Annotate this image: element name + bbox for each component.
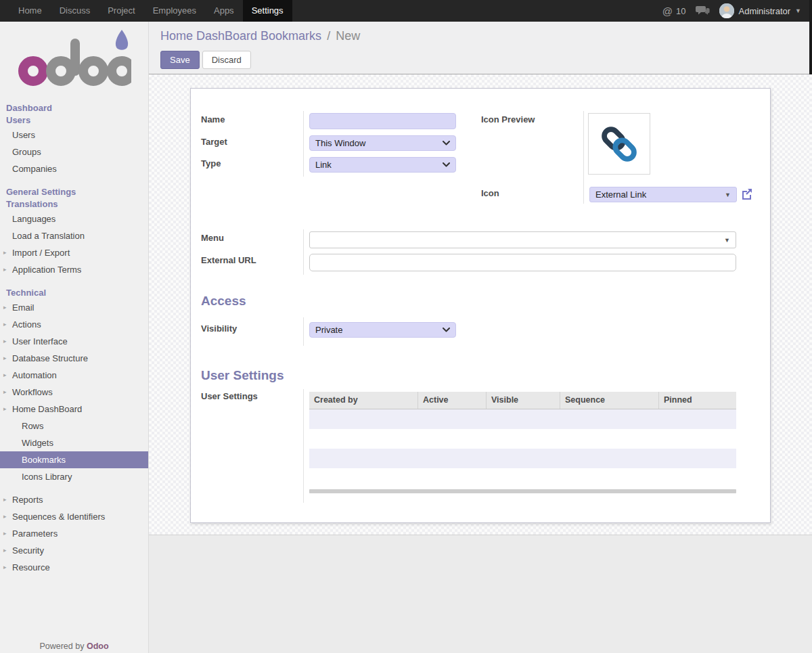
icon-label: Icon: [481, 188, 499, 198]
sidebar-item-label: Parameters: [12, 528, 58, 539]
sidebar-item-parameters[interactable]: ▸Parameters: [0, 525, 148, 542]
target-select-value: This Window: [315, 138, 365, 148]
chevron-down-icon: [443, 141, 450, 145]
topbar-item-apps[interactable]: Apps: [205, 0, 243, 22]
sidebar-item-groups[interactable]: Groups: [0, 143, 148, 160]
sidebar-item-security[interactable]: ▸Security: [0, 542, 148, 559]
sidebar-item-label: Automation: [12, 370, 57, 380]
messages-icon[interactable]: [696, 6, 710, 16]
sidebar-item-email[interactable]: ▸Email: [0, 299, 148, 316]
expand-caret-icon: ▸: [3, 244, 7, 261]
topbar-right: @ 10 Administrator ▼: [662, 0, 812, 22]
user-settings-section-title: User Settings: [201, 368, 284, 383]
sidebar-section-dashboard: Dashboard: [0, 102, 148, 114]
external-url-input[interactable]: [309, 254, 736, 271]
expand-caret-icon: ▸: [3, 350, 7, 367]
sidebar-item-label: Actions: [12, 319, 41, 330]
visibility-select[interactable]: Private: [309, 322, 456, 338]
user-settings-table-body: [309, 409, 736, 488]
breadcrumb-parent-link[interactable]: Home DashBoard Bookmarks: [160, 29, 321, 43]
column-header-sequence[interactable]: Sequence: [560, 392, 659, 409]
menu-select[interactable]: ▼: [309, 231, 736, 248]
sidebar-item-label: Languages: [12, 214, 55, 224]
user-menu[interactable]: Administrator ▼: [719, 3, 802, 18]
sidebar-item-user-interface[interactable]: ▸User Interface: [0, 333, 148, 350]
avatar: [719, 3, 734, 18]
sidebar-item-application-terms[interactable]: ▸Application Terms: [0, 261, 148, 278]
chevron-down-icon: [443, 328, 450, 332]
topbar-item-discuss[interactable]: Discuss: [51, 0, 99, 22]
sidebar-item-label: Technical: [6, 288, 46, 298]
save-button[interactable]: Save: [160, 51, 200, 69]
expand-caret-icon: ▸: [3, 508, 7, 525]
expand-caret-icon: ▸: [3, 559, 7, 576]
topbar-item-settings[interactable]: Settings: [243, 0, 292, 22]
sidebar-item-widgets[interactable]: Widgets: [0, 434, 148, 451]
type-label: Type: [201, 158, 221, 168]
target-select[interactable]: This Window: [309, 135, 456, 151]
column-header-visible[interactable]: Visible: [487, 392, 560, 409]
user-name: Administrator: [739, 6, 791, 16]
topbar-item-employees[interactable]: Employees: [144, 0, 205, 22]
mention-count: 10: [676, 6, 685, 16]
access-section-title: Access: [201, 294, 246, 309]
sidebar-item-workflows[interactable]: ▸Workflows: [0, 384, 148, 401]
sidebar-item-rows[interactable]: Rows: [0, 418, 148, 434]
sidebar-item-automation[interactable]: ▸Automation: [0, 367, 148, 384]
sidebar-item-languages[interactable]: Languages: [0, 210, 148, 227]
table-row[interactable]: [309, 468, 736, 488]
sidebar-item-home-dashboard[interactable]: ▸Home DashBoard: [0, 401, 148, 418]
expand-caret-icon: ▸: [3, 367, 7, 384]
field-separator: [583, 111, 584, 204]
horizontal-scrollbar[interactable]: [309, 489, 736, 493]
sidebar-item-icons-library[interactable]: Icons Library: [0, 468, 148, 485]
expand-caret-icon: ▸: [3, 491, 7, 508]
name-input[interactable]: [309, 113, 456, 129]
topbar: HomeDiscussProjectEmployeesAppsSettings …: [0, 0, 812, 22]
discard-button[interactable]: Discard: [202, 51, 251, 69]
sidebar-item-label: User Interface: [12, 336, 68, 346]
table-row[interactable]: [309, 449, 736, 468]
sidebar-item-companies[interactable]: Companies: [0, 160, 148, 177]
sidebar-nav: DashboardUsersUsersGroupsCompaniesGenera…: [0, 102, 148, 576]
sidebar-section-translations: Translations: [0, 198, 148, 210]
sidebar-item-database-structure[interactable]: ▸Database Structure: [0, 350, 148, 367]
sidebar-item-load-a-translation[interactable]: Load a Translation: [0, 227, 148, 244]
sidebar-item-users[interactable]: Users: [0, 127, 148, 143]
mentions-counter[interactable]: @ 10: [662, 5, 686, 17]
expand-caret-icon: ▸: [3, 333, 7, 350]
visibility-label: Visibility: [201, 323, 237, 334]
external-link-icon[interactable]: [740, 187, 753, 200]
sidebar-item-actions[interactable]: ▸Actions: [0, 316, 148, 333]
column-header-created-by[interactable]: Created by: [309, 392, 418, 409]
breadcrumb-separator: /: [325, 29, 332, 43]
icon-select-value: External Link: [595, 189, 646, 200]
column-header-pinned[interactable]: Pinned: [659, 392, 736, 409]
sidebar-item-label: Dashboard: [6, 103, 52, 113]
dropdown-triangle-icon: ▼: [724, 237, 730, 244]
control-panel: Home DashBoard Bookmarks / New Save Disc…: [149, 22, 812, 74]
table-row[interactable]: [309, 409, 736, 429]
sidebar-section-users: Users: [0, 114, 148, 127]
sidebar-item-reports[interactable]: ▸Reports: [0, 491, 148, 508]
odoo-brand-link[interactable]: Odoo: [87, 641, 109, 651]
sidebar-item-bookmarks[interactable]: Bookmarks: [0, 451, 148, 468]
field-separator: [303, 389, 304, 503]
sidebar-item-import-export[interactable]: ▸Import / Export: [0, 244, 148, 261]
sidebar-item-label: Rows: [22, 421, 44, 431]
sidebar-item-sequences-identifiers[interactable]: ▸Sequences & Identifiers: [0, 508, 148, 525]
sidebar-item-label: Icons Library: [22, 472, 72, 482]
table-row[interactable]: [309, 429, 736, 449]
field-separator: [303, 111, 304, 177]
sidebar-item-resource[interactable]: ▸Resource: [0, 559, 148, 576]
icon-select[interactable]: External Link ▼: [589, 187, 737, 202]
topbar-item-project[interactable]: Project: [99, 0, 143, 22]
type-select[interactable]: Link: [309, 157, 456, 173]
topbar-menu: HomeDiscussProjectEmployeesAppsSettings: [0, 0, 292, 22]
chevron-down-icon: [443, 162, 450, 167]
type-select-value: Link: [315, 160, 332, 170]
powered-by-text: Powered by: [39, 641, 84, 651]
main-area: Home DashBoard Bookmarks / New Save Disc…: [149, 22, 812, 653]
column-header-active[interactable]: Active: [418, 392, 487, 409]
topbar-item-home[interactable]: Home: [9, 0, 51, 22]
